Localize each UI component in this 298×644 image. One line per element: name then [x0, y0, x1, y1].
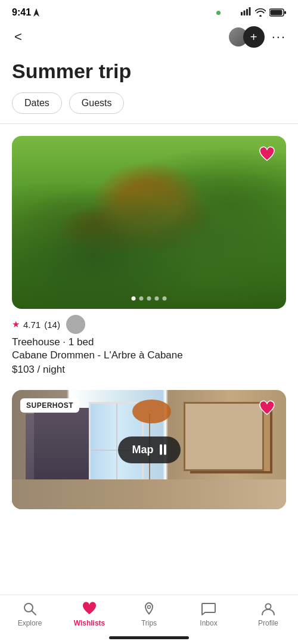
- svg-point-9: [148, 606, 151, 609]
- svg-rect-0: [241, 12, 243, 16]
- signal-icon: [241, 7, 252, 16]
- listing-info-1: ★ 4.71 (14) Treehouse · 1 bed Cabane Dro…: [12, 309, 286, 376]
- section-divider: [0, 123, 298, 124]
- svg-line-8: [32, 611, 36, 615]
- rating-value: 4.71: [23, 320, 41, 330]
- price-suffix: / night: [35, 364, 65, 375]
- listing-name: Cabane Drommen - L'Arbre à Cabane: [12, 349, 286, 361]
- location-arrow-icon: [33, 8, 40, 17]
- pause-bar-2: [164, 444, 166, 455]
- page-title: Summer trip: [0, 54, 298, 92]
- tab-trips-label: Trips: [141, 619, 157, 627]
- svg-rect-5: [271, 10, 283, 16]
- listing-image-container-1[interactable]: [12, 136, 286, 309]
- signal-dot: [216, 11, 221, 15]
- dot-5: [163, 296, 167, 301]
- airbnb-icon: [141, 601, 157, 617]
- status-icons: [241, 7, 286, 18]
- svg-rect-1: [244, 11, 246, 16]
- dot-3: [147, 296, 151, 301]
- status-time: 9:41: [12, 7, 40, 18]
- person-icon: [260, 601, 276, 617]
- tab-explore[interactable]: Explore: [0, 601, 60, 627]
- listing-price: $103 / night: [12, 364, 286, 376]
- tab-inbox[interactable]: Inbox: [179, 601, 238, 627]
- tab-inbox-label: Inbox: [200, 619, 217, 627]
- pause-icon: [160, 444, 166, 455]
- back-button[interactable]: <: [12, 27, 24, 47]
- listing-card-2: SUPERHOST Map: [12, 390, 286, 509]
- tab-wishlists[interactable]: Wishlists: [60, 601, 119, 627]
- nav-bar: < + ···: [0, 21, 298, 54]
- nav-left: <: [12, 27, 24, 47]
- add-guest-button[interactable]: +: [243, 26, 265, 48]
- listing-image-1: [12, 136, 286, 309]
- filter-row: Dates Guests: [0, 92, 298, 123]
- more-button[interactable]: ···: [272, 29, 286, 45]
- star-icon: ★: [12, 319, 20, 330]
- home-indicator: [109, 636, 189, 639]
- host-avatar: [66, 315, 85, 334]
- signal-indicator: [241, 7, 252, 18]
- svg-rect-2: [246, 9, 248, 16]
- pause-bar-1: [160, 444, 162, 455]
- tab-trips[interactable]: Trips: [119, 601, 179, 627]
- svg-rect-6: [284, 11, 286, 14]
- map-overlay: Map: [12, 390, 286, 509]
- dates-filter-button[interactable]: Dates: [12, 92, 62, 114]
- svg-rect-3: [249, 7, 251, 16]
- listing-card-1: ★ 4.71 (14) Treehouse · 1 bed Cabane Dro…: [12, 136, 286, 376]
- dot-1: [132, 296, 136, 301]
- tab-profile[interactable]: Profile: [238, 601, 298, 627]
- rating-count: (14): [44, 320, 60, 330]
- status-bar: 9:41: [0, 0, 298, 21]
- tab-bar-spacer: [0, 524, 298, 583]
- invite-group: +: [228, 26, 265, 48]
- tab-profile-label: Profile: [258, 619, 278, 627]
- listing-image-container-2[interactable]: SUPERHOST Map: [12, 390, 286, 509]
- wifi-icon: [255, 8, 266, 17]
- heart-filled-icon: [259, 146, 275, 162]
- rating-row-1: ★ 4.71 (14): [12, 315, 286, 334]
- svg-point-10: [266, 604, 271, 609]
- message-icon: [201, 601, 216, 617]
- tab-explore-label: Explore: [18, 619, 42, 627]
- tab-wishlists-label: Wishlists: [74, 619, 105, 627]
- map-label: Map: [132, 444, 154, 456]
- wishlist-heart-button-1[interactable]: [256, 143, 278, 165]
- battery-icon: [269, 8, 286, 17]
- dot-2: [139, 296, 144, 301]
- nav-right: + ···: [228, 26, 286, 48]
- image-carousel-dots: [132, 296, 167, 301]
- heart-active-icon: [82, 601, 97, 617]
- listing-type: Treehouse · 1 bed: [12, 336, 286, 348]
- search-icon: [22, 601, 38, 617]
- dot-4: [155, 296, 159, 301]
- guests-filter-button[interactable]: Guests: [69, 92, 125, 114]
- map-button[interactable]: Map: [118, 436, 181, 463]
